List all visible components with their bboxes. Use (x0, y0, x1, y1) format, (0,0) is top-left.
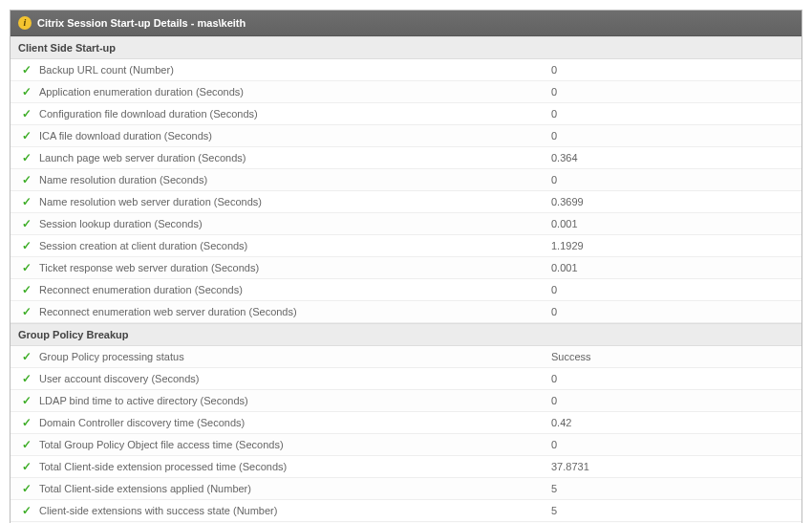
metric-label: Name resolution web server duration (Sec… (35, 196, 551, 207)
metric-label: Launch page web server duration (Seconds… (35, 152, 551, 163)
metric-row: ✓Total Group Policy Object file access t… (11, 434, 801, 456)
check-icon: ✓ (18, 305, 35, 318)
metric-row: ✓Session lookup duration (Seconds)0.001 (11, 213, 801, 235)
metric-row: ✓Total Client-side extensions applied (N… (11, 478, 801, 500)
metric-value: 0 (551, 439, 794, 450)
metric-value: 0 (551, 86, 794, 98)
metric-label: Total Client-side extensions applied (Nu… (35, 483, 551, 494)
metric-row: ✓Reconnect enumeration duration (Seconds… (11, 279, 801, 301)
check-icon: ✓ (18, 151, 35, 164)
info-icon: i (18, 16, 32, 30)
metric-label: Total Group Policy Object file access ti… (35, 439, 551, 450)
metric-label: Backup URL count (Number) (35, 64, 551, 76)
metric-label: Client-side extensions with success stat… (35, 505, 551, 516)
metric-value: 0 (551, 373, 794, 384)
metric-value: 0.42 (551, 417, 794, 428)
metric-value: 37.8731 (551, 461, 794, 472)
metric-value: 0 (551, 284, 794, 295)
check-icon: ✓ (18, 217, 35, 230)
metric-row: ✓Configuration file download duration (S… (11, 103, 801, 125)
metric-value: 0.364 (551, 152, 794, 163)
metric-value: 0 (551, 130, 794, 142)
check-icon: ✓ (18, 129, 35, 142)
check-icon: ✓ (18, 173, 35, 186)
metric-value: Success (551, 351, 794, 362)
section-header: Group Policy Breakup (11, 323, 801, 346)
metric-value: 0 (551, 395, 794, 406)
check-icon: ✓ (18, 482, 35, 495)
metric-label: Domain Controller discovery time (Second… (35, 417, 551, 428)
metric-row: ✓Backup URL count (Number)0 (11, 59, 801, 81)
metric-label: Application enumeration duration (Second… (35, 86, 551, 98)
metric-value: 0 (551, 306, 794, 317)
check-icon: ✓ (18, 372, 35, 385)
metric-row: ✓Name resolution web server duration (Se… (11, 191, 801, 213)
section-header: Client Side Start-up (11, 36, 801, 59)
metric-value: 5 (551, 505, 794, 516)
metric-value: 0 (551, 174, 794, 185)
check-icon: ✓ (18, 63, 35, 76)
metric-label: User account discovery (Seconds) (35, 373, 551, 384)
metric-label: Reconnect enumeration web server duratio… (35, 306, 551, 317)
check-icon: ✓ (18, 504, 35, 517)
metric-label: Reconnect enumeration duration (Seconds) (35, 284, 551, 295)
metric-row: ✓Total Client-side extension processed t… (11, 456, 801, 478)
panel-title: Citrix Session Start-up Details - mas\ke… (37, 17, 246, 29)
metric-row: ✓Domain Controller discovery time (Secon… (11, 412, 801, 434)
metric-label: ICA file download duration (Seconds) (35, 130, 551, 142)
metric-row: ✓Application enumeration duration (Secon… (11, 81, 801, 103)
check-icon: ✓ (18, 85, 35, 98)
metric-row: ✓User account discovery (Seconds)0 (11, 368, 801, 390)
sections-container: Client Side Start-up✓Backup URL count (N… (11, 36, 801, 523)
metric-label: Name resolution duration (Seconds) (35, 174, 551, 185)
metric-row: ✓Launch page web server duration (Second… (11, 147, 801, 169)
metric-label: Session lookup duration (Seconds) (35, 218, 551, 229)
panel-header: i Citrix Session Start-up Details - mas\… (11, 11, 801, 36)
metric-label: Total Client-side extension processed ti… (35, 461, 551, 472)
metric-row: ✓Session creation at client duration (Se… (11, 235, 801, 257)
check-icon: ✓ (18, 350, 35, 363)
check-icon: ✓ (18, 195, 35, 208)
metric-value: 0 (551, 108, 794, 120)
check-icon: ✓ (18, 107, 35, 120)
check-icon: ✓ (18, 394, 35, 407)
metric-row: ✓Client-side extensions with success sta… (11, 500, 801, 522)
metric-label: Configuration file download duration (Se… (35, 108, 551, 120)
metric-label: Ticket response web server duration (Sec… (35, 262, 551, 273)
metric-row: ✓Reconnect enumeration web server durati… (11, 301, 801, 323)
check-icon: ✓ (18, 283, 35, 296)
metric-value: 0 (551, 64, 794, 76)
check-icon: ✓ (18, 239, 35, 252)
metric-label: Session creation at client duration (Sec… (35, 240, 551, 251)
check-icon: ✓ (18, 261, 35, 274)
metric-row: ✓ICA file download duration (Seconds)0 (11, 125, 801, 147)
metric-value: 0.001 (551, 218, 794, 229)
check-icon: ✓ (18, 460, 35, 473)
metric-value: 1.1929 (551, 240, 794, 251)
metric-row: ✓Name resolution duration (Seconds)0 (11, 169, 801, 191)
metric-row: ✓Group Policy processing statusSuccess (11, 346, 801, 368)
metric-row: ✓Ticket response web server duration (Se… (11, 257, 801, 279)
metric-label: LDAP bind time to active directory (Seco… (35, 395, 551, 406)
metric-value: 0.3699 (551, 196, 794, 207)
metric-value: 0.001 (551, 262, 794, 273)
metric-label: Group Policy processing status (35, 351, 551, 362)
metric-value: 5 (551, 483, 794, 494)
session-startup-panel: i Citrix Session Start-up Details - mas\… (10, 10, 802, 523)
check-icon: ✓ (18, 416, 35, 429)
metric-row: ✓LDAP bind time to active directory (Sec… (11, 390, 801, 412)
check-icon: ✓ (18, 438, 35, 451)
